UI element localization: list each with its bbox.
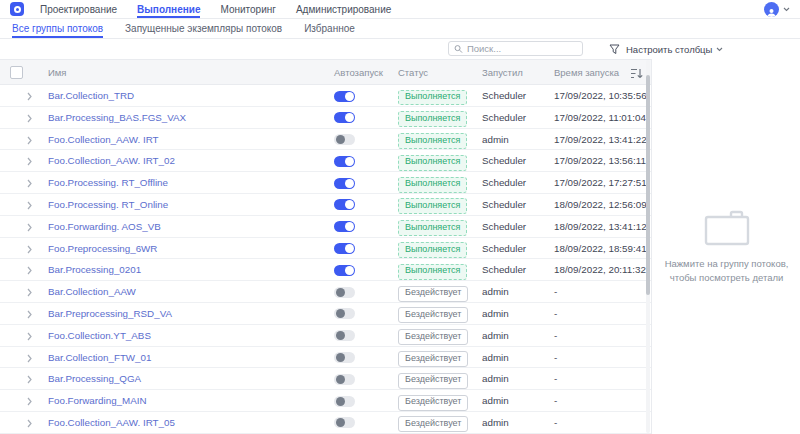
column-header-status[interactable]: Статус <box>398 60 428 85</box>
started-by-cell: admin <box>482 347 509 368</box>
flow-group-name-link[interactable]: Bar.Collection_FTW_01 <box>48 347 151 368</box>
start-time-cell: - <box>554 303 557 324</box>
expand-chevron-icon[interactable] <box>27 304 32 325</box>
flow-group-name-link[interactable]: Bar.Preprocessing_RSD_VA <box>48 303 172 324</box>
nav-item-3[interactable]: Администрирование <box>296 0 391 18</box>
tab-1[interactable]: Запущенные экземпляры потоков <box>125 19 282 38</box>
expand-chevron-icon[interactable] <box>27 108 32 129</box>
scrollbar-thumb[interactable] <box>646 75 650 295</box>
autostart-toggle[interactable] <box>334 352 355 363</box>
sort-icon[interactable] <box>630 66 643 84</box>
flow-group-name-link[interactable]: Bar.Processing_QGA <box>48 368 141 389</box>
autostart-toggle[interactable] <box>334 417 355 428</box>
autostart-toggle[interactable] <box>334 243 355 254</box>
toggle-knob <box>336 375 345 384</box>
column-header-autostart[interactable]: Автозапуск <box>334 60 383 85</box>
expand-chevron-icon[interactable] <box>27 391 32 412</box>
flow-group-name-link[interactable]: Bar.Collection_TRD <box>48 85 134 106</box>
autostart-toggle[interactable] <box>334 156 355 167</box>
expand-chevron-icon[interactable] <box>27 130 32 151</box>
nav-item-1[interactable]: Выполнение <box>137 0 200 18</box>
autostart-toggle[interactable] <box>334 265 355 276</box>
autostart-toggle[interactable] <box>334 134 355 145</box>
table-row[interactable]: Bar.Processing_QGAБездействуетadmin- <box>0 368 651 390</box>
flow-group-name-link[interactable]: Foo.Forwarding. AOS_VB <box>48 216 161 237</box>
table-row[interactable]: Bar.Collection_AAWБездействуетadmin- <box>0 281 651 303</box>
table-row[interactable]: Bar.Processing_0201ВыполняетсяScheduler1… <box>0 259 651 281</box>
flow-group-name-link[interactable]: Foo.Processing. RT_Offline <box>48 172 168 193</box>
table-row[interactable]: Bar.Collection_FTW_01Бездействуетadmin- <box>0 347 651 369</box>
nav-item-2[interactable]: Мониторинг <box>220 0 275 18</box>
expand-chevron-icon[interactable] <box>27 413 32 434</box>
flow-group-name-link[interactable]: Bar.Collection_AAW <box>48 281 136 302</box>
flow-group-name-link[interactable]: Foo.Collection_AAW. IRT <box>48 129 159 150</box>
toggle-knob <box>345 92 354 101</box>
table-row[interactable]: Foo.Preprocessing_6WRВыполняетсяSchedule… <box>0 238 651 260</box>
select-all-checkbox[interactable] <box>10 66 23 79</box>
table-row[interactable]: Bar.Collection_TRDВыполняетсяScheduler17… <box>0 85 651 107</box>
toggle-knob <box>345 244 354 253</box>
table-row[interactable]: Foo.Forwarding_MAINБездействуетadmin- <box>0 390 651 412</box>
table-row[interactable]: Bar.Preprocessing_RSD_VAБездействуетadmi… <box>0 303 651 325</box>
column-header-start-time[interactable]: Время запуска <box>554 60 619 85</box>
expand-chevron-icon[interactable] <box>27 369 32 390</box>
configure-columns-button[interactable]: Настроить столбцы <box>626 42 723 56</box>
flow-group-name-link[interactable]: Foo.Collection_AAW. IRT_02 <box>48 150 175 171</box>
tab-2[interactable]: Избранное <box>304 19 355 38</box>
search-input[interactable] <box>467 43 577 54</box>
expand-chevron-icon[interactable] <box>27 282 32 303</box>
autostart-toggle[interactable] <box>334 221 355 232</box>
autostart-toggle[interactable] <box>334 178 355 189</box>
chevron-down-icon[interactable] <box>783 7 790 12</box>
app-logo[interactable] <box>10 2 24 16</box>
autostart-toggle[interactable] <box>334 199 355 210</box>
user-menu[interactable] <box>764 0 790 18</box>
autostart-toggle[interactable] <box>334 112 355 123</box>
autostart-toggle[interactable] <box>334 308 355 319</box>
table-row[interactable]: Foo.Collection_AAW. IRT_05Бездействуетad… <box>0 412 651 434</box>
table-row[interactable]: Bar.Processing_BAS.FGS_VAXВыполняетсяSch… <box>0 107 651 129</box>
expand-chevron-icon[interactable] <box>27 86 32 107</box>
table-row[interactable]: Foo.Forwarding. AOS_VBВыполняетсяSchedul… <box>0 216 651 238</box>
table-row[interactable]: Foo.Collection.YT_ABSБездействуетadmin- <box>0 325 651 347</box>
user-avatar[interactable] <box>764 2 779 17</box>
flow-group-name-link[interactable]: Foo.Collection_AAW. IRT_05 <box>48 412 175 433</box>
autostart-toggle[interactable] <box>334 396 355 407</box>
flow-group-name-link[interactable]: Bar.Processing_0201 <box>48 259 141 280</box>
tab-0[interactable]: Все группы потоков <box>12 19 103 38</box>
filter-button[interactable] <box>607 42 621 56</box>
flow-group-name-link[interactable]: Foo.Processing. RT_Online <box>48 194 168 215</box>
expand-chevron-icon[interactable] <box>27 195 32 216</box>
status-badge: Выполняется <box>398 111 467 127</box>
chevron-down-icon <box>716 47 723 52</box>
flow-group-name-link[interactable]: Foo.Preprocessing_6WR <box>48 238 157 259</box>
expand-chevron-icon[interactable] <box>27 260 32 281</box>
table-row[interactable]: Foo.Collection_AAW. IRT_02ВыполняетсяSch… <box>0 150 651 172</box>
expand-chevron-icon[interactable] <box>27 326 32 347</box>
search-box[interactable] <box>448 41 583 56</box>
nav-item-0[interactable]: Проектирование <box>40 0 117 18</box>
flow-group-name-link[interactable]: Foo.Forwarding_MAIN <box>48 390 147 411</box>
vertical-scrollbar[interactable] <box>646 60 650 433</box>
expand-chevron-icon[interactable] <box>27 173 32 194</box>
status-cell: Выполняется <box>398 85 467 106</box>
hint-line-1: Нажмите на группу потоков, <box>665 257 789 271</box>
start-time-cell: 18/09/2022, 12:56:09 <box>554 194 647 215</box>
expand-chevron-icon[interactable] <box>27 239 32 260</box>
expand-chevron-icon[interactable] <box>27 151 32 172</box>
autostart-toggle[interactable] <box>334 330 355 341</box>
table-row[interactable]: Foo.Processing. RT_OfflineВыполняетсяSch… <box>0 172 651 194</box>
expand-chevron-icon[interactable] <box>27 348 32 369</box>
column-header-name[interactable]: Имя <box>48 60 67 85</box>
autostart-toggle[interactable] <box>334 287 355 298</box>
flow-group-name-link[interactable]: Bar.Processing_BAS.FGS_VAX <box>48 107 186 128</box>
column-header-started-by[interactable]: Запустил <box>482 60 523 85</box>
toggle-knob <box>345 200 354 209</box>
flow-group-name-link[interactable]: Foo.Collection.YT_ABS <box>48 325 151 346</box>
autostart-toggle[interactable] <box>334 91 355 102</box>
expand-chevron-icon[interactable] <box>27 217 32 238</box>
autostart-toggle[interactable] <box>334 374 355 385</box>
start-time-cell: 18/09/2022, 13:41:12 <box>554 216 647 237</box>
table-row[interactable]: Foo.Collection_AAW. IRTВыполняетсяadmin1… <box>0 129 651 151</box>
table-row[interactable]: Foo.Processing. RT_OnlineВыполняетсяSche… <box>0 194 651 216</box>
